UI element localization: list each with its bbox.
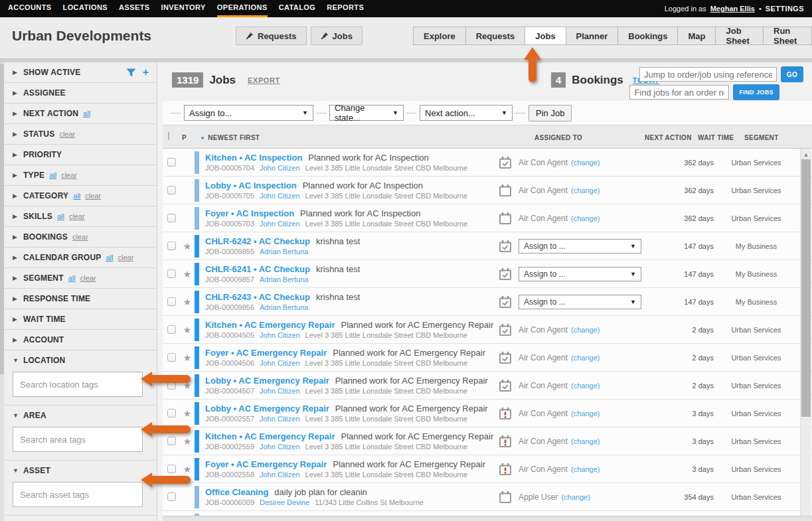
star-icon[interactable]: ★ xyxy=(180,297,195,307)
job-title-link[interactable]: Office Cleaning xyxy=(205,487,268,497)
row-checkbox[interactable] xyxy=(167,353,176,362)
job-contact-link[interactable]: John Citizen xyxy=(260,359,300,367)
tab-explore[interactable]: Explore xyxy=(413,27,466,45)
row-checkbox[interactable] xyxy=(167,492,176,501)
job-title-link[interactable]: Lobby • AC Emergency Repair xyxy=(205,376,329,386)
filter-link-next-action-all[interactable]: all xyxy=(83,110,90,117)
change-assignment-link[interactable]: (change) xyxy=(561,493,590,501)
filter-section-header-segment[interactable]: ▶SEGMENTallclear xyxy=(5,268,157,288)
settings-link[interactable]: SETTINGS xyxy=(766,5,804,13)
filter-section-header-area[interactable]: ▼AREA xyxy=(5,406,157,425)
change-assignment-link[interactable]: (change) xyxy=(571,437,600,445)
filter-link-category-clear[interactable]: clear xyxy=(85,192,101,200)
nav-item-operations[interactable]: OPERATIONS xyxy=(217,0,268,17)
filter-link-segment-clear[interactable]: clear xyxy=(80,274,96,282)
change-assignment-link[interactable]: (change) xyxy=(571,382,600,390)
scroll-up-arrow-icon[interactable]: ▲ xyxy=(801,149,811,158)
row-checkbox[interactable] xyxy=(167,269,176,278)
select-all-checkbox[interactable] xyxy=(168,131,169,140)
tab-bookings[interactable]: Bookings xyxy=(617,27,678,45)
search-asset-tags-input[interactable] xyxy=(13,482,143,507)
assign-to-select[interactable]: Assign to...▼ xyxy=(184,105,313,121)
row-checkbox[interactable] xyxy=(167,242,176,250)
table-scrollbar[interactable]: ▲ xyxy=(800,149,811,516)
pinned-requests-button[interactable]: Requests xyxy=(236,27,307,45)
job-contact-link[interactable]: John Citizen xyxy=(260,192,300,200)
filter-section-header-category[interactable]: ▶CATEGORYallclear xyxy=(5,186,157,206)
job-contact-link[interactable]: John Citizen xyxy=(260,387,300,395)
star-icon[interactable]: ★ xyxy=(180,352,195,363)
job-contact-link[interactable]: John Citizen xyxy=(260,331,300,339)
filter-icon[interactable] xyxy=(126,68,136,77)
next-action-select[interactable]: Next action...▼ xyxy=(420,105,513,121)
job-title-link[interactable]: Kitchen • AC Inspection xyxy=(205,153,302,163)
tab-planner[interactable]: Planner xyxy=(566,27,619,45)
filter-section-header-location[interactable]: ▼LOCATION xyxy=(5,350,157,370)
job-contact-link[interactable]: John Citizen xyxy=(260,220,300,228)
filter-section-header-bookings[interactable]: ▶BOOKINGSclear xyxy=(5,227,157,247)
filter-section-header-type[interactable]: ▶TYPEallclear xyxy=(5,165,157,185)
row-assign-to-select[interactable]: Assign to ...▼ xyxy=(519,267,641,281)
job-title-link[interactable]: CHLR-6241 • AC Checkup xyxy=(205,264,310,274)
change-assignment-link[interactable]: (change) xyxy=(571,159,600,167)
nav-item-locations[interactable]: LOCATIONS xyxy=(63,0,108,17)
go-button[interactable]: GO xyxy=(781,66,803,82)
row-checkbox[interactable] xyxy=(167,297,176,306)
filter-section-header-skills[interactable]: ▶SKILLSallclear xyxy=(5,206,157,226)
row-checkbox[interactable] xyxy=(167,186,176,194)
job-contact-link[interactable]: John Citizen xyxy=(260,164,300,172)
row-checkbox[interactable] xyxy=(167,409,176,417)
filter-link-type-clear[interactable]: clear xyxy=(61,171,77,179)
filter-section-header-account[interactable]: ▶ACCOUNT xyxy=(5,330,157,350)
job-title-link[interactable]: Lobby • AC Emergency Repair xyxy=(205,404,329,413)
nav-item-inventory[interactable]: INVENTORY xyxy=(161,0,206,17)
filter-section-header-priority[interactable]: ▶PRIORITY xyxy=(5,145,157,165)
horizontal-scrollbar[interactable] xyxy=(163,516,812,521)
pin-job-button[interactable]: Pin Job xyxy=(528,105,572,121)
pinned-jobs-button[interactable]: Jobs xyxy=(311,27,363,45)
change-assignment-link[interactable]: (change) xyxy=(571,409,600,417)
change-state-select[interactable]: Change state...▼ xyxy=(329,105,404,121)
find-jobs-button[interactable]: FIND JOBS xyxy=(733,84,779,100)
tab-run-sheet[interactable]: Run Sheet xyxy=(763,27,812,45)
job-title-link[interactable]: CHLR-6242 • AC Checkup xyxy=(205,236,310,246)
job-title-link[interactable]: Foyer • AC Emergency Repair xyxy=(205,348,327,358)
row-checkbox[interactable] xyxy=(167,437,176,445)
job-contact-link[interactable]: Adrian Bertuna xyxy=(260,303,308,311)
star-icon[interactable]: ★ xyxy=(180,241,195,252)
change-assignment-link[interactable]: (change) xyxy=(571,465,600,473)
filter-section-header-asset[interactable]: ▼ASSET xyxy=(5,461,157,481)
change-assignment-link[interactable]: (change) xyxy=(571,186,600,194)
tab-job-sheet[interactable]: Job Sheet xyxy=(715,27,764,45)
filter-link-status-clear[interactable]: clear xyxy=(59,130,75,138)
filter-link-bookings-clear[interactable]: clear xyxy=(72,233,88,241)
star-icon[interactable]: ★ xyxy=(180,408,195,419)
job-title-link[interactable]: Foyer • AC Emergency Repair xyxy=(205,459,327,469)
job-title-link[interactable]: Foyer • AC Inspection xyxy=(205,208,294,218)
filter-link-skills-clear[interactable]: clear xyxy=(69,212,85,220)
filter-link-skills-all[interactable]: all xyxy=(57,212,64,220)
sidebar-scrollbar[interactable] xyxy=(0,62,4,521)
change-assignment-link[interactable]: (change) xyxy=(571,326,600,334)
export-link[interactable]: EXPORT xyxy=(248,76,280,84)
job-contact-link[interactable]: John Citizen xyxy=(260,471,300,479)
filter-link-segment-all[interactable]: all xyxy=(68,274,76,282)
table-scrollbar-thumb[interactable] xyxy=(801,159,811,417)
sidebar-scrollbar-thumb[interactable] xyxy=(0,64,4,374)
star-icon[interactable]: ★ xyxy=(180,436,195,447)
row-checkbox[interactable] xyxy=(167,214,176,222)
row-assign-to-select[interactable]: Assign to ...▼ xyxy=(519,295,641,309)
nav-item-assets[interactable]: ASSETS xyxy=(119,0,149,17)
tab-map[interactable]: Map xyxy=(677,27,716,45)
row-checkbox[interactable] xyxy=(167,325,176,334)
nav-item-catalog[interactable]: CATALOG xyxy=(279,0,316,17)
nav-item-reports[interactable]: REPORTS xyxy=(327,0,364,17)
filter-section-header-response-time[interactable]: ▶RESPONSE TIME xyxy=(5,289,157,309)
filter-section-header-created[interactable]: ▶CREATEDclear xyxy=(5,516,157,521)
sort-newest-first[interactable]: ▼NEWEST FIRST xyxy=(200,134,260,141)
filter-section-header-assignee[interactable]: ▶ASSIGNEE xyxy=(5,83,157,103)
plus-icon[interactable]: + xyxy=(143,68,149,76)
tab-requests[interactable]: Requests xyxy=(465,27,526,45)
search-area-tags-input[interactable] xyxy=(13,427,143,452)
user-link[interactable]: Meghan Ellis xyxy=(710,5,755,13)
